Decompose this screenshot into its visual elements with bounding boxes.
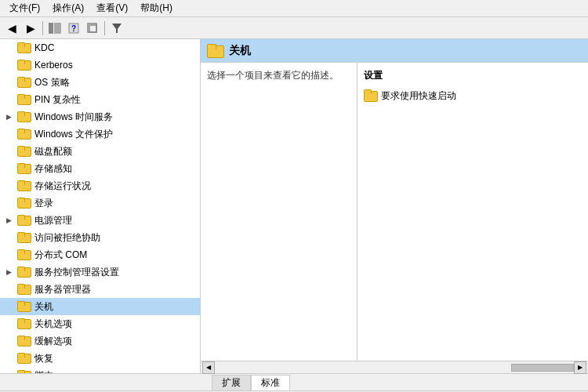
right-panel-title: 关机: [229, 44, 251, 58]
tree-label-login: 登录: [34, 197, 53, 210]
tree-label-kerberos: Kerberos: [34, 60, 73, 71]
settings-title: 设置: [364, 69, 582, 82]
scroll-left-button[interactable]: ◀: [202, 361, 215, 374]
tree-item-disk-quota[interactable]: 磁盘配额: [0, 143, 200, 160]
folder-icon-disk-quota: [17, 146, 31, 157]
forward-button[interactable]: ▶: [22, 20, 39, 37]
horizontal-scrollbar[interactable]: ◀ ▶: [201, 361, 588, 373]
tree-label-power-mgmt: 电源管理: [34, 214, 72, 227]
folder-icon-shutdown-opts: [17, 318, 31, 329]
right-panel-body: 选择一个项目来查看它的描述。 设置 要求使用快速启动: [201, 63, 588, 361]
tree-item-shutdown-opts[interactable]: 关机选项: [0, 315, 200, 332]
tree-label-dcom: 分布式 COM: [34, 249, 87, 262]
tree-label-recovery: 恢复: [34, 352, 53, 365]
tree-item-dcom[interactable]: 分布式 COM: [0, 246, 200, 263]
tree-label-server-mgr: 服务器管理器: [34, 283, 91, 296]
tree-label-os-policy: OS 策略: [34, 76, 70, 89]
folder-icon-login: [17, 198, 31, 209]
folder-icon-header: [207, 44, 224, 58]
tree-item-windows-file[interactable]: Windows 文件保护: [0, 125, 200, 143]
folder-icon-os-policy: [17, 77, 31, 88]
menu-bar: 文件(F) 操作(A) 查看(V) 帮助(H): [0, 0, 588, 17]
properties-button[interactable]: ?: [65, 20, 82, 37]
folder-icon-recovery: [17, 353, 31, 364]
tabs-area: 扩展 标准: [0, 373, 588, 390]
toolbar-separator-1: [42, 21, 43, 35]
toolbar-separator-2: [104, 21, 105, 35]
svg-text:?: ?: [71, 24, 76, 33]
folder-icon-kdc: [17, 42, 31, 53]
tree-label-shutdown-opts: 关机选项: [34, 318, 72, 331]
tree-label-windows-time: Windows 时间服务: [34, 111, 113, 124]
tree-panel[interactable]: KDCKerberosOS 策略PIN 复杂性▶Windows 时间服务Wind…: [0, 39, 201, 373]
tree-item-storage-aware[interactable]: 存储感知: [0, 160, 200, 177]
right-panel: 关机 选择一个项目来查看它的描述。 设置 要求使用快速启动 ◀ ▶: [201, 39, 588, 373]
tab-expand[interactable]: 扩展: [212, 375, 251, 390]
menu-view[interactable]: 查看(V): [90, 0, 134, 16]
tree-item-storage-status[interactable]: 存储运行状况: [0, 177, 200, 194]
settings-icon-fast-boot: [364, 89, 378, 102]
tab-standard[interactable]: 标准: [251, 375, 290, 390]
menu-help[interactable]: 帮助(H): [134, 0, 179, 16]
main-area: KDCKerberosOS 策略PIN 复杂性▶Windows 时间服务Wind…: [0, 39, 588, 373]
folder-icon-scripts: [17, 370, 31, 373]
filter-button[interactable]: [108, 20, 125, 37]
right-description: 选择一个项目来查看它的描述。: [201, 63, 358, 361]
tree-label-disk-quota: 磁盘配额: [34, 145, 72, 158]
tree-item-access-denied[interactable]: 访问被拒绝协助: [0, 229, 200, 246]
folder-icon-shutdown: [17, 301, 31, 312]
scroll-right-button[interactable]: ▶: [574, 361, 586, 374]
tree-item-shutdown[interactable]: 关机: [0, 298, 200, 315]
tree-item-kerberos[interactable]: Kerberos: [0, 56, 200, 74]
tree-label-kdc: KDC: [34, 42, 54, 53]
svg-marker-6: [112, 24, 122, 33]
show-tree-button[interactable]: [46, 20, 64, 37]
tree-label-storage-status: 存储运行状况: [34, 180, 91, 193]
tree-item-os-policy[interactable]: OS 策略: [0, 74, 200, 91]
svg-rect-1: [54, 23, 61, 34]
folder-icon-dcom: [17, 249, 31, 260]
tree-label-pin-complexity: PIN 复杂性: [34, 93, 81, 107]
tree-item-login[interactable]: 登录: [0, 194, 200, 212]
folder-icon-access-denied: [17, 232, 31, 243]
tree-label-shutdown: 关机: [34, 300, 53, 314]
menu-action[interactable]: 操作(A): [46, 0, 90, 16]
tree-item-power-mgmt[interactable]: ▶电源管理: [0, 212, 200, 229]
folder-icon-power-mgmt: [17, 215, 31, 226]
folder-icon-storage-status: [17, 180, 31, 191]
tree-item-windows-time[interactable]: ▶Windows 时间服务: [0, 108, 200, 125]
folder-icon-kerberos: [17, 60, 31, 71]
tree-item-debug-opts[interactable]: 缓解选项: [0, 332, 200, 350]
tree-label-debug-opts: 缓解选项: [34, 335, 72, 348]
new-window-button[interactable]: [84, 20, 101, 37]
tree-label-access-denied: 访问被拒绝协助: [34, 231, 100, 245]
tree-arrow-service-mgr: ▶: [6, 268, 17, 276]
svg-rect-0: [49, 23, 53, 34]
tree-label-storage-aware: 存储感知: [34, 162, 72, 176]
tree-item-pin-complexity[interactable]: PIN 复杂性: [0, 91, 200, 108]
back-button[interactable]: ◀: [3, 20, 20, 37]
folder-icon-windows-time: [17, 111, 31, 122]
description-text: 选择一个项目来查看它的描述。: [207, 70, 339, 81]
tree-label-scripts: 脚本: [34, 369, 53, 374]
svg-rect-5: [89, 25, 96, 32]
folder-icon-service-mgr: [17, 267, 31, 278]
tree-label-windows-file: Windows 文件保护: [34, 128, 113, 141]
tree-arrow-power-mgmt: ▶: [6, 216, 17, 224]
right-panel-header: 关机: [201, 39, 588, 63]
tree-item-scripts[interactable]: 脚本: [0, 367, 200, 373]
right-settings-area: 设置 要求使用快速启动: [358, 63, 588, 361]
tree-item-recovery[interactable]: 恢复: [0, 350, 200, 367]
toolbar: ◀ ▶ ?: [0, 17, 588, 39]
tree-arrow-windows-time: ▶: [6, 113, 17, 121]
folder-icon-pin-complexity: [17, 94, 31, 105]
folder-icon-windows-file: [17, 129, 31, 140]
settings-item-fast-boot[interactable]: 要求使用快速启动: [364, 87, 582, 104]
folder-icon-debug-opts: [17, 336, 31, 347]
menu-file[interactable]: 文件(F): [3, 0, 46, 16]
scrollbar-thumb[interactable]: [511, 364, 574, 372]
tree-item-server-mgr[interactable]: 服务器管理器: [0, 281, 200, 298]
tree-label-service-mgr: 服务控制管理器设置: [34, 266, 119, 279]
tree-item-kdc[interactable]: KDC: [0, 39, 200, 56]
tree-item-service-mgr[interactable]: ▶服务控制管理器设置: [0, 263, 200, 281]
